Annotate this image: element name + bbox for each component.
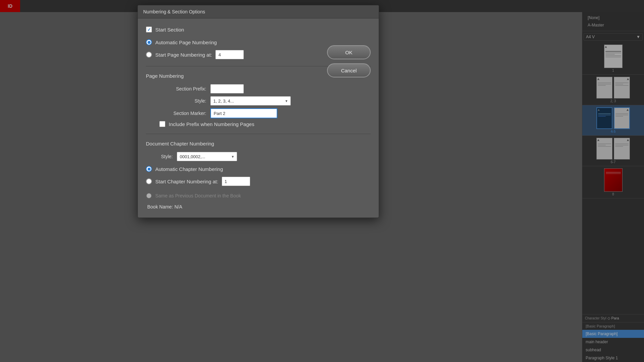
dialog-body: OK Cancel Start Section Automatic Page N… <box>138 18 379 218</box>
chapter-section: Document Chapter Numbering Style: 0001,0… <box>146 134 371 209</box>
chapter-style-wrapper: 0001,0002,... 1, 2, 3... i, ii, iii... a… <box>177 152 237 161</box>
auto-chapter-row: Automatic Chapter Numbering <box>146 166 371 172</box>
include-prefix-row: Include Prefix when Numbering Pages <box>146 121 371 127</box>
include-prefix-checkbox[interactable] <box>159 121 165 127</box>
start-section-row: Start Section <box>146 26 371 33</box>
start-chapter-radio[interactable] <box>146 178 152 184</box>
chapter-section-title: Document Chapter Numbering <box>146 141 371 146</box>
section-marker-row: Section Marker: <box>146 108 371 118</box>
chapter-style-select[interactable]: 0001,0002,... 1, 2, 3... i, ii, iii... a… <box>177 152 237 161</box>
start-page-numbering-label: Start Page Numbering at: <box>155 52 212 58</box>
section-marker-label: Section Marker: <box>153 111 206 116</box>
same-as-prev-radio <box>146 193 152 199</box>
start-chapter-row: Start Chapter Numbering at: <box>146 177 371 186</box>
style-label: Style: <box>153 98 206 104</box>
auto-chapter-label: Automatic Chapter Numbering <box>155 166 223 172</box>
auto-page-numbering-radio[interactable] <box>146 39 152 45</box>
start-section-label: Start Section <box>155 27 184 33</box>
same-as-prev-row: Same as Previous Document in the Book <box>146 193 371 199</box>
same-as-prev-label: Same as Previous Document in the Book <box>155 193 241 198</box>
start-chapter-label: Start Chapter Numbering at: <box>155 179 218 184</box>
start-chapter-input[interactable] <box>222 177 250 186</box>
section-prefix-label: Section Prefix: <box>153 86 206 92</box>
dialog-title: Numbering & Section Options <box>143 9 205 14</box>
section-prefix-row: Section Prefix: <box>146 84 371 94</box>
section-marker-input[interactable] <box>210 108 277 118</box>
section-prefix-input[interactable] <box>210 84 244 94</box>
cancel-button[interactable]: Cancel <box>327 63 371 77</box>
auto-page-numbering-row: Automatic Page Numbering <box>146 39 371 45</box>
dialog-buttons: OK Cancel <box>327 45 371 77</box>
chapter-style-label: Style: <box>153 154 173 159</box>
start-page-numbering-radio[interactable] <box>146 52 152 58</box>
style-select[interactable]: 1, 2, 3, 4... i, ii, iii, iv... I, II, I… <box>210 96 291 106</box>
start-section-checkbox[interactable] <box>146 26 152 33</box>
style-row: Style: 1, 2, 3, 4... i, ii, iii, iv... I… <box>146 96 371 106</box>
book-name: Book Name: N/A <box>146 204 371 209</box>
numbering-section-dialog: Numbering & Section Options OK Cancel St… <box>138 5 379 218</box>
dialog-titlebar: Numbering & Section Options <box>138 5 379 18</box>
auto-chapter-radio[interactable] <box>146 166 152 172</box>
chapter-style-row: Style: 0001,0002,... 1, 2, 3... i, ii, i… <box>146 152 371 161</box>
include-prefix-label: Include Prefix when Numbering Pages <box>169 121 254 127</box>
style-select-wrapper: 1, 2, 3, 4... i, ii, iii, iv... I, II, I… <box>210 96 291 106</box>
auto-page-numbering-label: Automatic Page Numbering <box>155 40 217 45</box>
ok-button[interactable]: OK <box>327 45 371 59</box>
start-page-input[interactable] <box>215 50 244 59</box>
